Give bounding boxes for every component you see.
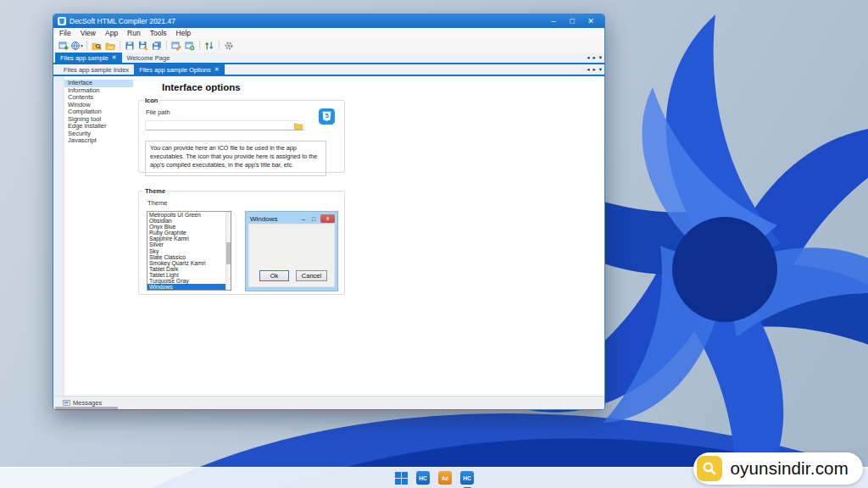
theme-option[interactable]: Sapphire Kamri <box>147 236 231 241</box>
preview-close-icon: x <box>320 214 335 223</box>
theme-option[interactable]: Slate Classico <box>147 254 231 260</box>
preview-titlebar: Windows – □ x <box>248 214 335 224</box>
compile-gear-icon <box>224 41 234 51</box>
save-icon <box>125 41 135 51</box>
icon-groupbox: Icon File path 5 You can provide here an… <box>138 97 345 173</box>
search-folder-icon <box>92 41 102 51</box>
taskbar-html-compiler-button[interactable]: HC <box>416 471 431 485</box>
html5-logo-button[interactable]: 5 <box>319 108 335 125</box>
options-panel: Interface options Icon File path 5 You c… <box>133 76 604 396</box>
toolbar-separator <box>199 41 200 50</box>
close-button[interactable]: ✕ <box>581 14 600 28</box>
open-app-button[interactable] <box>103 40 117 52</box>
tab-scroll-left-icon[interactable]: ◂ <box>587 66 589 73</box>
sort-arrows-icon <box>204 41 214 51</box>
save-as-button[interactable] <box>136 40 150 52</box>
tab-files-app-sample[interactable]: Files app sample ✕ <box>55 53 122 63</box>
messages-tab-indicator <box>55 407 118 409</box>
tab-label: Welcome Page <box>127 54 170 62</box>
theme-option[interactable]: Ruby Graphite <box>147 230 231 236</box>
theme-groupbox: Theme Theme Metropolis UI Green Obsidian… <box>138 187 345 295</box>
tab-label: Files app sample Index <box>64 66 129 74</box>
messages-tab[interactable]: Messages <box>73 399 102 407</box>
save-button[interactable] <box>123 40 136 52</box>
scrollbar-thumb[interactable] <box>226 242 231 264</box>
menu-view[interactable]: View <box>81 29 96 37</box>
tab-files-app-sample-index[interactable]: Files app sample Index <box>58 64 134 75</box>
theme-option[interactable]: Turquoise Gray <box>147 278 231 284</box>
menu-help[interactable]: Help <box>176 29 191 37</box>
options-sidebar: Interface Information Contents Window Co… <box>64 76 133 396</box>
tab-scroll-left-icon[interactable]: ◂ <box>587 54 589 61</box>
file-tabs-row: Files app sample Index Files app sample … <box>53 64 604 76</box>
sort-items-button[interactable] <box>203 40 216 52</box>
theme-preview-window: Windows – □ x Ok Cancel <box>245 211 338 291</box>
app-options-button[interactable] <box>183 40 197 52</box>
compile-app-button[interactable] <box>222 40 236 52</box>
tab-files-app-sample-options[interactable]: Files app sample Options ✕ <box>134 64 225 75</box>
listbox-scrollbar[interactable] <box>225 212 231 290</box>
edit-app-button[interactable] <box>170 40 183 52</box>
theme-option-selected[interactable]: Windows <box>147 284 231 290</box>
theme-option[interactable]: Tablet Dark <box>147 266 231 272</box>
tab-welcome-page[interactable]: Welcome Page <box>122 53 175 63</box>
theme-option[interactable]: Metropolis UI Green <box>147 212 231 218</box>
menu-file[interactable]: File <box>59 29 71 37</box>
window-title: DecSoft HTML Compiler 2021.47 <box>70 17 544 25</box>
dropdown-caret-icon: ▼ <box>80 43 84 48</box>
watermark-text: oyunsindir.com <box>730 458 849 479</box>
theme-option[interactable]: Smokey Quartz Kamri <box>147 260 231 266</box>
tab-scroll-controls: ◂ ▸ ▾ <box>587 64 602 75</box>
theme-label: Theme <box>147 199 167 207</box>
statusbar: Messages <box>53 396 604 409</box>
sidebar-item-javascript[interactable]: Javascript <box>64 137 133 145</box>
app-tabs-row: Files app sample ✕ Welcome Page ◂ ▸ ▾ <box>53 53 604 64</box>
toolbar-separator <box>166 41 167 50</box>
taskbar-html-compiler-active-button[interactable]: HC <box>460 471 475 485</box>
magnifier-badge <box>697 456 722 481</box>
file-path-input[interactable] <box>145 120 304 130</box>
tab-close-icon[interactable]: ✕ <box>112 54 117 61</box>
edit-window-icon <box>171 41 181 51</box>
watermark-badge: oyunsindir.com <box>693 452 863 485</box>
options-content: Interface Information Contents Window Co… <box>53 76 604 396</box>
search-in-files-button[interactable] <box>90 40 103 52</box>
theme-option[interactable]: Windows 10 <box>147 290 231 291</box>
new-app-button[interactable] <box>57 40 70 52</box>
menu-run[interactable]: Run <box>127 29 141 37</box>
icon-group-legend: Icon <box>143 97 159 104</box>
tab-list-icon[interactable]: ▾ <box>599 66 602 73</box>
start-button[interactable] <box>394 471 409 485</box>
browser-preview-button[interactable]: ▼ <box>70 40 84 52</box>
messages-icon <box>63 400 70 407</box>
theme-option[interactable]: Sky <box>147 248 231 254</box>
save-all-icon <box>152 41 162 51</box>
save-as-icon <box>138 41 148 51</box>
tab-scroll-controls: ◂ ▸ ▾ <box>587 53 602 63</box>
titlebar[interactable]: DecSoft HTML Compiler 2021.47 – □ ✕ <box>53 14 604 28</box>
browse-folder-icon[interactable] <box>294 122 303 130</box>
app-builder-icon: Ae <box>438 471 452 485</box>
tab-close-icon[interactable]: ✕ <box>214 66 220 73</box>
maximize-button[interactable]: □ <box>563 14 581 28</box>
tab-scroll-right-icon[interactable]: ▸ <box>593 66 595 73</box>
search-icon <box>702 461 717 476</box>
menu-tools[interactable]: Tools <box>150 29 167 37</box>
html-compiler-window: DecSoft HTML Compiler 2021.47 – □ ✕ File… <box>53 14 605 410</box>
preview-cancel-button: Cancel <box>296 270 327 281</box>
theme-listbox[interactable]: Metropolis UI Green Obsidian Onyx Blue R… <box>147 211 231 291</box>
save-all-button[interactable] <box>150 40 164 52</box>
theme-option[interactable]: Silver <box>147 241 231 247</box>
theme-option[interactable]: Obsidian <box>147 218 231 224</box>
theme-option[interactable]: Tablet Light <box>147 272 231 278</box>
tab-list-icon[interactable]: ▾ <box>599 54 602 61</box>
taskbar-app-builder-button[interactable]: Ae <box>438 471 453 485</box>
minimize-button[interactable]: – <box>544 14 563 28</box>
left-panel-strip <box>53 76 64 396</box>
menu-app[interactable]: App <box>105 29 118 37</box>
new-app-icon <box>58 41 69 51</box>
tab-scroll-right-icon[interactable]: ▸ <box>593 54 595 61</box>
file-path-label: File path <box>146 108 170 116</box>
tab-label: Files app sample Options <box>139 66 211 74</box>
theme-option[interactable]: Onyx Blue <box>147 224 231 230</box>
